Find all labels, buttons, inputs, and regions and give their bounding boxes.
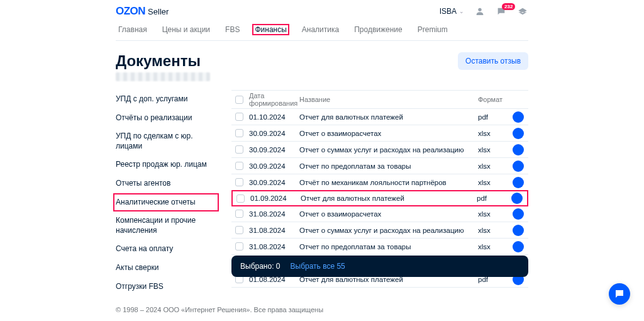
- row-date: 30.09.2024: [247, 146, 299, 154]
- sidebar-item-1[interactable]: Отчёты о реализации: [116, 109, 216, 128]
- selected-count: Выбрано: 0: [240, 262, 280, 271]
- row-checkbox[interactable]: [235, 242, 243, 251]
- feedback-button[interactable]: Оставить отзыв: [458, 52, 528, 70]
- download-button[interactable]: [513, 160, 524, 172]
- row-name: Отчет о суммах услуг и расходах на реали…: [299, 146, 478, 154]
- row-date: 30.09.2024: [247, 179, 299, 186]
- row-date: 31.08.2024: [247, 243, 299, 251]
- row-date: 30.09.2024: [247, 162, 299, 170]
- download-button[interactable]: [513, 241, 524, 252]
- row-format: xlsx: [478, 130, 508, 137]
- row-date: 31.08.2024: [247, 210, 299, 218]
- notif-badge: 232: [502, 3, 515, 10]
- table-row: 31.08.2024Отчет по предоплатам за товары…: [231, 239, 528, 255]
- download-button[interactable]: [513, 128, 524, 139]
- table-row: 30.09.2024Отчет о суммах услуг и расхода…: [231, 142, 528, 158]
- sidebar-item-6[interactable]: Компенсации и прочие начисления: [116, 211, 216, 240]
- row-date: 01.10.2024: [247, 113, 299, 121]
- row-date: 30.09.2024: [247, 130, 299, 137]
- table-wrap: Дата формирования Название Формат 01.10.…: [231, 90, 528, 296]
- user-label: ISBA: [440, 7, 457, 16]
- row-name: Отчет о взаиморасчетах: [299, 210, 478, 218]
- row-name: Отчет о суммах услуг и расходах на реали…: [299, 227, 478, 234]
- notifications-icon[interactable]: 232: [496, 6, 507, 17]
- row-name: Отчет для валютных платежей: [301, 194, 477, 202]
- row-name: Отчёт по механикам лояльности партнёров: [299, 179, 478, 186]
- row-checkbox[interactable]: [235, 226, 243, 234]
- sidebar-item-5[interactable]: Аналитические отчеты: [113, 193, 219, 212]
- row-date: 01.09.2024: [248, 194, 301, 202]
- row-format: xlsx: [478, 243, 508, 251]
- nav-item-2[interactable]: FBS: [223, 24, 242, 35]
- row-format: xlsx: [478, 227, 508, 234]
- row-format: pdf: [477, 194, 507, 202]
- row-checkbox[interactable]: [235, 113, 243, 121]
- selection-bar: Выбрано: 0 Выбрать все 55: [231, 256, 528, 277]
- profile-icon[interactable]: [474, 6, 486, 17]
- chat-button[interactable]: [609, 283, 630, 305]
- download-button[interactable]: [513, 144, 524, 155]
- download-button[interactable]: [513, 177, 524, 188]
- sidebar-item-2[interactable]: УПД по сделкам с юр. лицами: [116, 127, 216, 155]
- table-row: 30.09.2024Отчёт по механикам лояльности …: [231, 174, 528, 191]
- logo-main: OZON: [116, 5, 145, 18]
- download-button[interactable]: [511, 193, 523, 204]
- row-name: Отчет о взаиморасчетах: [299, 130, 478, 137]
- table-row: 30.09.2024Отчет по предоплатам за товары…: [231, 158, 528, 174]
- sidebar-item-0[interactable]: УПД с доп. услугами: [116, 90, 216, 109]
- blurred-subtitle: [116, 72, 210, 81]
- row-format: xlsx: [478, 179, 508, 186]
- sidebar-item-8[interactable]: Акты сверки: [116, 259, 216, 278]
- main-nav: ГлавнаяЦены и акцииFBSФинансыАналитикаПр…: [116, 24, 528, 41]
- sidebar-item-7[interactable]: Счета на оплату: [116, 240, 216, 259]
- download-button[interactable]: [513, 208, 524, 220]
- row-name: Отчет по предоплатам за товары: [299, 162, 478, 170]
- table-header: Дата формирования Название Формат: [231, 91, 528, 109]
- download-button[interactable]: [513, 225, 524, 236]
- user-menu[interactable]: ISBA ⌄: [440, 7, 464, 16]
- nav-item-1[interactable]: Цены и акции: [160, 24, 213, 35]
- table-row: 01.10.2024Отчет для валютных платежейpdf: [231, 109, 528, 125]
- nav-item-4[interactable]: Аналитика: [299, 24, 341, 35]
- nav-item-5[interactable]: Продвижение: [352, 24, 405, 35]
- row-format: xlsx: [478, 162, 508, 170]
- nav-item-6[interactable]: Premium: [415, 24, 450, 35]
- apps-icon[interactable]: [517, 6, 528, 17]
- table-row: 01.09.2024Отчет для валютных платежейpdf: [231, 190, 528, 206]
- chevron-down-icon: ⌄: [459, 8, 464, 14]
- row-format: pdf: [478, 113, 508, 121]
- col-header-name[interactable]: Название: [299, 96, 478, 103]
- download-button[interactable]: [513, 111, 524, 123]
- row-checkbox[interactable]: [235, 178, 243, 186]
- nav-item-3[interactable]: Финансы: [252, 24, 289, 35]
- table-row: 31.08.2024Отчет о взаиморасчетахxlsx: [231, 206, 528, 222]
- select-all-checkbox[interactable]: [235, 96, 243, 104]
- table-row: 30.09.2024Отчет о взаиморасчетахxlsx: [231, 125, 528, 142]
- sidebar-item-9[interactable]: Отгрузки FBS: [116, 278, 216, 296]
- nav-item-0[interactable]: Главная: [116, 24, 150, 35]
- sidebar-item-4[interactable]: Отчеты агентов: [116, 174, 216, 193]
- svg-point-0: [478, 8, 481, 11]
- col-header-date[interactable]: Дата формирования: [247, 92, 299, 107]
- sidebar: УПД с доп. услугамиОтчёты о реализацииУП…: [116, 90, 216, 296]
- logo[interactable]: OZON Seller: [116, 5, 169, 18]
- row-checkbox[interactable]: [236, 194, 245, 203]
- row-checkbox[interactable]: [235, 145, 243, 154]
- row-format: xlsx: [478, 210, 508, 218]
- sidebar-item-3[interactable]: Реестр продаж юр. лицам: [116, 155, 216, 174]
- col-header-format[interactable]: Формат: [478, 96, 508, 103]
- row-name: Отчет для валютных платежей: [299, 113, 478, 121]
- page-title: Документы: [116, 52, 201, 70]
- table-row: 31.08.2024Отчет о суммах услуг и расхода…: [231, 222, 528, 239]
- row-format: xlsx: [478, 146, 508, 154]
- logo-sub: Seller: [148, 7, 169, 16]
- row-name: Отчет по предоплатам за товары: [299, 243, 478, 251]
- footer-copyright: © 1998 – 2024 ООО «Интернет Решения». Вс…: [116, 306, 528, 313]
- select-all-link[interactable]: Выбрать все 55: [291, 262, 345, 271]
- row-checkbox[interactable]: [235, 210, 243, 218]
- row-date: 31.08.2024: [247, 227, 299, 234]
- row-checkbox[interactable]: [235, 129, 243, 137]
- row-checkbox[interactable]: [235, 162, 243, 170]
